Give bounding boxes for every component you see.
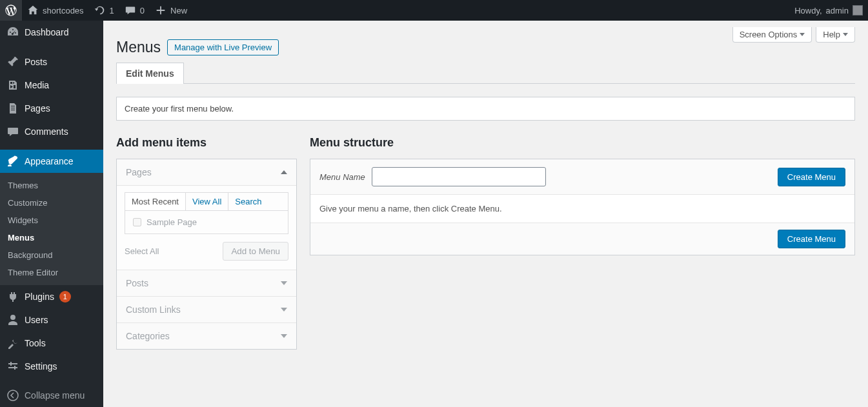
sidebar-item-appearance[interactable]: Appearance bbox=[0, 150, 103, 173]
chevron-down-icon bbox=[281, 281, 287, 285]
wp-logo-menu[interactable] bbox=[0, 0, 22, 21]
chevron-down-icon bbox=[281, 308, 287, 312]
screen-options-toggle[interactable]: Screen Options bbox=[732, 27, 812, 43]
new-content-link[interactable]: New bbox=[150, 0, 192, 21]
sidebar-item-label: Appearance bbox=[25, 156, 74, 166]
avatar bbox=[853, 5, 863, 15]
sidebar-item-label: Posts bbox=[25, 57, 47, 67]
howdy-user: admin bbox=[826, 6, 849, 15]
sidebar-item-tools[interactable]: Tools bbox=[0, 332, 103, 355]
sidebar-item-label: Dashboard bbox=[25, 27, 69, 37]
comment-icon bbox=[6, 125, 19, 138]
update-icon bbox=[94, 5, 106, 16]
page-icon bbox=[6, 102, 19, 115]
sliders-icon bbox=[6, 360, 19, 373]
submenu-item-menus[interactable]: Menus bbox=[0, 229, 103, 246]
submenu-item-themes[interactable]: Themes bbox=[0, 177, 103, 194]
pages-tab-view-all[interactable]: View All bbox=[186, 193, 228, 210]
updates-count: 1 bbox=[110, 6, 114, 15]
collapse-menu-button[interactable]: Collapse menu bbox=[0, 384, 103, 407]
sidebar-item-users[interactable]: Users bbox=[0, 308, 103, 332]
plus-icon bbox=[155, 5, 167, 16]
admin-sidebar: Dashboard Posts Media Pages Comments App… bbox=[0, 21, 103, 407]
menu-structure-heading: Menu structure bbox=[310, 136, 855, 150]
plugins-update-badge: 1 bbox=[59, 291, 71, 303]
accordion-posts-heading[interactable]: Posts bbox=[117, 270, 296, 297]
main-content: Screen Options Help Menus Manage with Li… bbox=[103, 21, 868, 407]
chevron-down-icon bbox=[843, 33, 848, 36]
comment-bubble-icon bbox=[125, 5, 136, 16]
collapse-icon bbox=[6, 389, 19, 402]
user-icon bbox=[6, 313, 19, 326]
howdy-prefix: Howdy, bbox=[794, 6, 822, 15]
nav-tab-wrapper: Edit Menus bbox=[116, 63, 855, 84]
submenu-item-background[interactable]: Background bbox=[0, 246, 103, 264]
sidebar-item-media[interactable]: Media bbox=[0, 74, 103, 97]
menu-edit-frame: Menu Name Create Menu Give your menu a n… bbox=[310, 159, 855, 255]
sidebar-item-label: Pages bbox=[25, 103, 50, 114]
create-menu-button-top[interactable]: Create Menu bbox=[778, 168, 845, 186]
tab-edit-menus[interactable]: Edit Menus bbox=[116, 63, 184, 84]
sidebar-item-label: Users bbox=[25, 315, 48, 325]
appearance-submenu: Themes Customize Widgets Menus Backgroun… bbox=[0, 173, 103, 285]
svg-point-0 bbox=[8, 390, 18, 401]
submenu-item-theme-editor[interactable]: Theme Editor bbox=[0, 264, 103, 281]
sidebar-item-settings[interactable]: Settings bbox=[0, 355, 103, 378]
submenu-item-customize[interactable]: Customize bbox=[0, 194, 103, 212]
admin-toolbar: shortcodes 1 0 New Howdy, admin bbox=[0, 0, 868, 21]
sidebar-item-label: Comments bbox=[25, 126, 68, 137]
accordion-custom-links-heading[interactable]: Custom Links bbox=[117, 297, 296, 323]
chevron-down-icon bbox=[800, 33, 805, 36]
sidebar-item-comments[interactable]: Comments bbox=[0, 120, 103, 143]
accordion-pages-body: Most Recent View All Search Sample Page … bbox=[117, 186, 296, 270]
brush-icon bbox=[6, 155, 19, 168]
site-name-text: shortcodes bbox=[43, 6, 84, 15]
chevron-up-icon bbox=[281, 170, 287, 174]
sidebar-item-label: Plugins bbox=[25, 292, 54, 302]
accordion-pages-heading[interactable]: Pages bbox=[117, 159, 296, 186]
chevron-down-icon bbox=[281, 334, 287, 338]
my-account-link[interactable]: Howdy, admin bbox=[789, 0, 868, 21]
updates-link[interactable]: 1 bbox=[89, 0, 119, 21]
sidebar-item-label: Settings bbox=[25, 361, 57, 372]
pages-inner-tabs: Most Recent View All Search bbox=[125, 192, 288, 211]
home-icon bbox=[27, 5, 39, 16]
site-name-link[interactable]: shortcodes bbox=[22, 0, 89, 21]
live-preview-button[interactable]: Manage with Live Preview bbox=[167, 39, 279, 55]
select-all-link[interactable]: Select All bbox=[125, 246, 159, 256]
notice-first-menu: Create your first menu below. bbox=[116, 97, 855, 121]
accordion-categories-heading[interactable]: Categories bbox=[117, 323, 296, 349]
help-toggle[interactable]: Help bbox=[816, 27, 855, 43]
checkbox-input[interactable] bbox=[133, 218, 141, 226]
sidebar-item-pages[interactable]: Pages bbox=[0, 97, 103, 120]
sidebar-item-posts[interactable]: Posts bbox=[0, 50, 103, 74]
pin-icon bbox=[6, 55, 19, 68]
new-content-label: New bbox=[170, 6, 187, 15]
comments-count: 0 bbox=[140, 6, 145, 15]
dashboard-icon bbox=[6, 26, 19, 39]
media-icon bbox=[6, 79, 19, 92]
create-menu-button-bottom[interactable]: Create Menu bbox=[778, 230, 845, 248]
pages-tab-recent[interactable]: Most Recent bbox=[125, 193, 186, 210]
sidebar-item-label: Tools bbox=[25, 338, 46, 348]
sidebar-item-label: Media bbox=[25, 80, 49, 90]
menu-instructions: Give your menu a name, then click Create… bbox=[310, 195, 854, 223]
menu-name-label: Menu Name bbox=[319, 172, 365, 182]
add-menu-items-heading: Add menu items bbox=[116, 136, 297, 150]
page-checkbox-sample-page[interactable]: Sample Page bbox=[133, 217, 280, 227]
sidebar-item-plugins[interactable]: Plugins 1 bbox=[0, 285, 103, 308]
collapse-menu-label: Collapse menu bbox=[25, 390, 85, 401]
menu-name-input[interactable] bbox=[372, 167, 546, 186]
submenu-item-widgets[interactable]: Widgets bbox=[0, 212, 103, 229]
sidebar-item-dashboard[interactable]: Dashboard bbox=[0, 21, 103, 44]
add-to-menu-button[interactable]: Add to Menu bbox=[223, 242, 288, 261]
wrench-icon bbox=[6, 337, 19, 350]
pages-checklist: Sample Page bbox=[125, 211, 288, 234]
comments-link[interactable]: 0 bbox=[119, 0, 150, 21]
pages-tab-search[interactable]: Search bbox=[228, 193, 268, 210]
wordpress-logo-icon bbox=[5, 5, 17, 16]
plug-icon bbox=[6, 290, 19, 303]
accordion-container: Pages Most Recent View All Search Sa bbox=[116, 159, 297, 350]
